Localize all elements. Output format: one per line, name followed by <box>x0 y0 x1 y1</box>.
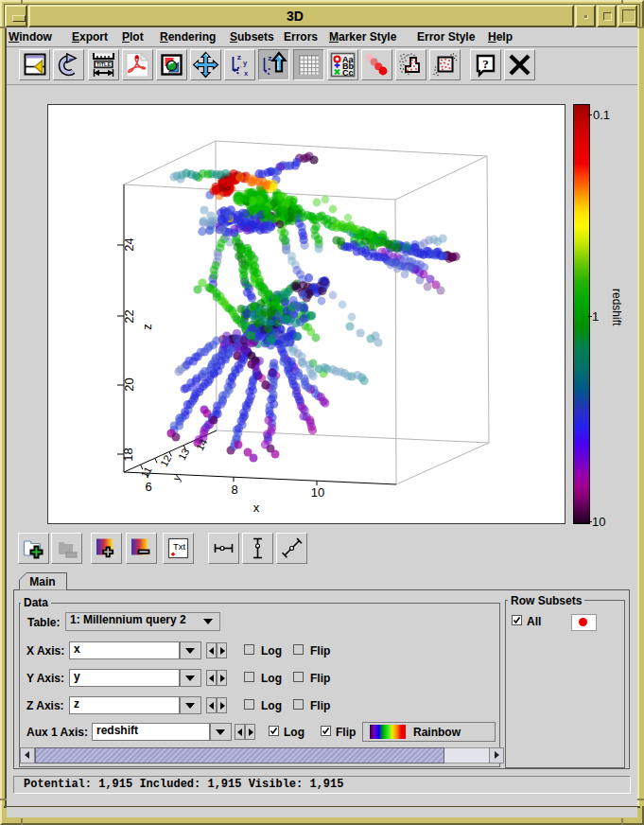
svg-text:Main: Main <box>29 575 55 588</box>
svg-text:x: x <box>244 70 249 78</box>
svg-text:Txt: Txt <box>173 541 186 552</box>
svg-text:y: y <box>243 60 248 67</box>
svg-text:TITLE: TITLE <box>96 61 111 67</box>
svg-text:Cc: Cc <box>342 68 354 78</box>
svg-text:?: ? <box>482 57 489 71</box>
svg-text:z: z <box>237 53 242 61</box>
